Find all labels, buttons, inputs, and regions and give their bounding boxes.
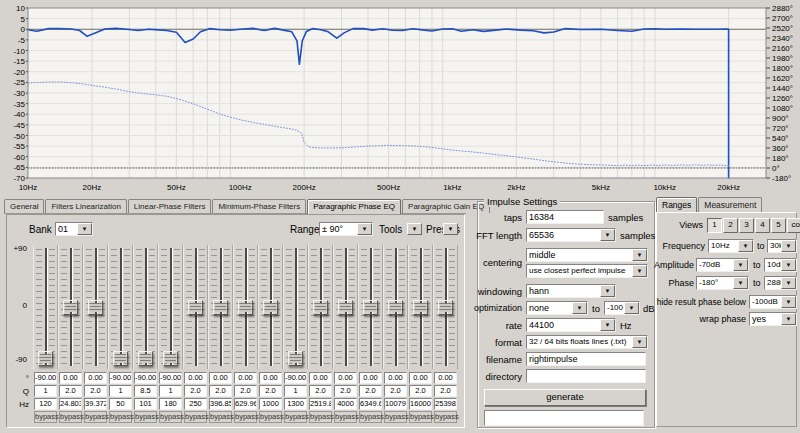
directory-input[interactable]: [526, 369, 646, 383]
dropdown-arrow-icon[interactable]: ▼: [781, 277, 796, 289]
dropdown-arrow-icon[interactable]: ▼: [600, 319, 615, 331]
bypass-toggle[interactable]: bypass: [109, 411, 132, 423]
bank-select[interactable]: 01 ▼: [55, 222, 93, 236]
filename-input[interactable]: [526, 352, 646, 366]
slider-thumb[interactable]: [388, 300, 403, 315]
range-select[interactable]: ± 90° ▼: [319, 222, 373, 236]
bypass-toggle[interactable]: bypass: [84, 411, 107, 423]
phase-eq-band-slider[interactable]: [333, 245, 358, 369]
view-button-copy[interactable]: copy: [787, 218, 800, 233]
band-q-value[interactable]: 2.0: [184, 385, 207, 397]
centering-mode-select[interactable]: use closest perfect impulse ▼: [526, 264, 648, 278]
tools-menu-button[interactable]: Tools: [379, 224, 402, 235]
tab-filters-linearization[interactable]: Filters Linearization: [45, 199, 126, 213]
band-phase-value[interactable]: 0.00: [384, 372, 407, 384]
band-q-value[interactable]: 2.0: [434, 385, 457, 397]
band-q-value[interactable]: 8.5: [134, 385, 157, 397]
band-phase-value[interactable]: -90.00: [34, 372, 57, 384]
dropdown-arrow-icon[interactable]: ▼: [733, 277, 748, 289]
bypass-toggle[interactable]: bypass: [134, 411, 157, 423]
band-q-value[interactable]: 2.0: [359, 385, 382, 397]
tab-linear-phase-filters[interactable]: Linear-Phase Filters: [128, 199, 212, 213]
band-freq-value[interactable]: 25398: [434, 398, 457, 410]
phase-eq-band-slider[interactable]: [258, 245, 283, 369]
bypass-toggle[interactable]: bypass: [184, 411, 207, 423]
dropdown-arrow-icon[interactable]: ▼: [781, 259, 796, 271]
slider-thumb[interactable]: [38, 351, 53, 366]
phase-eq-band-slider[interactable]: [408, 245, 433, 369]
band-phase-value[interactable]: -90.00: [159, 372, 182, 384]
band-freq-value[interactable]: 4000: [334, 398, 357, 410]
view-button-4[interactable]: 4: [755, 218, 770, 233]
dropdown-arrow-icon[interactable]: ▼: [781, 296, 796, 308]
slider-thumb[interactable]: [188, 300, 203, 315]
tools-arrow-icon[interactable]: ▼: [407, 223, 422, 235]
band-q-value[interactable]: 1: [34, 385, 57, 397]
band-phase-value[interactable]: 0.00: [409, 372, 432, 384]
dropdown-arrow-icon[interactable]: ▼: [632, 336, 647, 348]
phase-eq-band-slider[interactable]: [58, 245, 83, 369]
slider-track[interactable]: [170, 248, 173, 366]
bypass-toggle[interactable]: bypass: [359, 411, 382, 423]
dropdown-arrow-icon[interactable]: ▼: [632, 265, 647, 277]
slider-thumb[interactable]: [363, 300, 378, 315]
bypass-toggle[interactable]: bypass: [34, 411, 57, 423]
bypass-toggle[interactable]: bypass: [434, 411, 457, 423]
view-button-3[interactable]: 3: [739, 218, 754, 233]
band-phase-value[interactable]: 0.00: [234, 372, 257, 384]
slider-track[interactable]: [295, 248, 298, 366]
band-freq-value[interactable]: 101: [134, 398, 157, 410]
taps-input[interactable]: [526, 210, 604, 224]
band-q-value[interactable]: 2.0: [409, 385, 432, 397]
slider-thumb[interactable]: [338, 300, 353, 315]
bypass-toggle[interactable]: bypass: [234, 411, 257, 423]
band-freq-value[interactable]: 629.96: [234, 398, 257, 410]
band-q-value[interactable]: 2.0: [334, 385, 357, 397]
band-phase-value[interactable]: 0.00: [434, 372, 457, 384]
band-phase-value[interactable]: 0.00: [259, 372, 282, 384]
bypass-toggle[interactable]: bypass: [309, 411, 332, 423]
frequency-to-select[interactable]: 30kHz ▼: [767, 239, 797, 253]
slider-track[interactable]: [120, 248, 123, 366]
optimization-select[interactable]: none ▼: [526, 301, 588, 315]
slider-thumb[interactable]: [263, 300, 278, 315]
band-freq-value[interactable]: 1000: [259, 398, 282, 410]
dropdown-arrow-icon[interactable]: ▼: [600, 229, 615, 241]
fft-length-select[interactable]: 65536 ▼: [526, 228, 616, 242]
tab-paragraphic-phase-eq[interactable]: Paragraphic Phase EQ: [307, 199, 401, 214]
band-freq-value[interactable]: 250: [184, 398, 207, 410]
band-freq-value[interactable]: 16000: [409, 398, 432, 410]
slider-thumb[interactable]: [438, 300, 453, 315]
band-phase-value[interactable]: 0.00: [59, 372, 82, 384]
dropdown-arrow-icon[interactable]: ▼: [357, 223, 372, 235]
band-freq-value[interactable]: 39.372: [84, 398, 107, 410]
slider-thumb[interactable]: [313, 300, 328, 315]
phase-eq-band-slider[interactable]: [283, 245, 308, 369]
phase-eq-band-slider[interactable]: [358, 245, 383, 369]
dropdown-arrow-icon[interactable]: ▼: [738, 240, 753, 252]
rate-select[interactable]: 44100 ▼: [526, 318, 616, 332]
wrap-phase-select[interactable]: yes ▼: [749, 312, 797, 326]
band-phase-value[interactable]: 0.00: [209, 372, 232, 384]
phase-eq-band-slider[interactable]: [208, 245, 233, 369]
bypass-toggle[interactable]: bypass: [334, 411, 357, 423]
view-button-2[interactable]: 2: [723, 218, 738, 233]
bypass-toggle[interactable]: bypass: [209, 411, 232, 423]
slider-thumb[interactable]: [163, 351, 178, 366]
slider-thumb[interactable]: [413, 300, 428, 315]
band-q-value[interactable]: 1: [109, 385, 132, 397]
band-freq-value[interactable]: 1300: [284, 398, 307, 410]
hide-result-phase-select[interactable]: -100dB ▼: [749, 295, 797, 309]
centering-select[interactable]: middle ▼: [526, 248, 648, 262]
band-q-value[interactable]: 2.0: [234, 385, 257, 397]
band-q-value[interactable]: 1: [284, 385, 307, 397]
phase-eq-band-slider[interactable]: [433, 245, 458, 369]
band-phase-value[interactable]: 0.00: [84, 372, 107, 384]
phase-eq-band-slider[interactable]: [183, 245, 208, 369]
phase-eq-band-slider[interactable]: [33, 245, 58, 369]
phase-eq-band-slider[interactable]: [158, 245, 183, 369]
slider-thumb[interactable]: [213, 300, 228, 315]
slider-thumb[interactable]: [113, 351, 128, 366]
phase-to-select[interactable]: 2880° ▼: [764, 276, 797, 290]
view-button-1[interactable]: 1: [707, 218, 722, 233]
